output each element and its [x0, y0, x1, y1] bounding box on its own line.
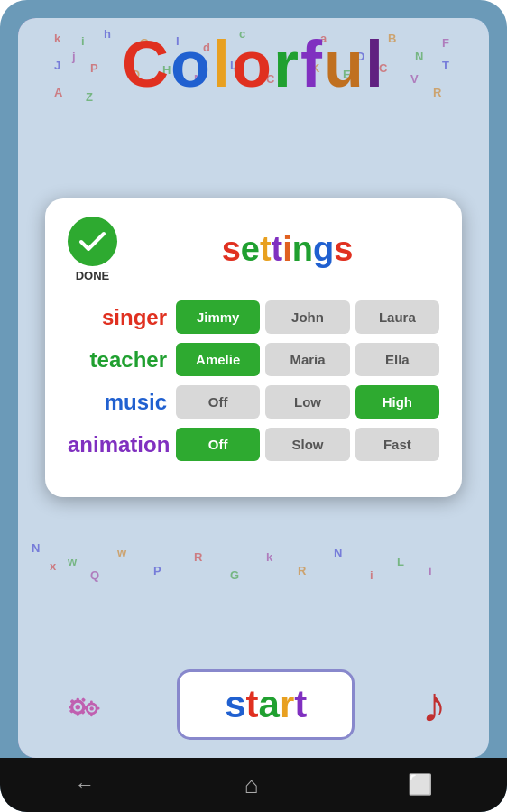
title-letter-o2: o [232, 28, 273, 100]
title-letter-f: f [300, 28, 324, 100]
teacher-label: teacher [68, 347, 176, 373]
done-button[interactable]: DONE [68, 217, 117, 282]
singer-option-john[interactable]: John [265, 300, 349, 334]
bottom-area: start ♪ [0, 669, 507, 740]
singer-row: singer Jimmy John Laura [68, 300, 439, 334]
done-label: DONE [76, 269, 110, 282]
modal-header: DONE settings [68, 217, 439, 282]
title-letter-o: o [171, 28, 212, 100]
title-letter-u: u [324, 28, 365, 100]
svg-rect-3 [77, 712, 79, 715]
start-button[interactable]: start [177, 669, 355, 740]
music-option-high[interactable]: High [355, 385, 439, 419]
animation-options: Off Slow Fast [176, 428, 439, 461]
recent-apps-icon[interactable]: ⬜ [408, 773, 432, 797]
nav-bar: ← ⌂ ⬜ [0, 758, 507, 812]
teacher-option-amelie[interactable]: Amelie [176, 343, 260, 376]
title-letter-l2: l [365, 28, 385, 100]
teacher-option-ella[interactable]: Ella [355, 343, 439, 376]
svg-rect-15 [97, 707, 100, 710]
title-letter-r: r [273, 28, 300, 100]
svg-rect-12 [90, 701, 93, 705]
music-option-off[interactable]: Off [176, 385, 260, 419]
done-circle [68, 217, 117, 266]
animation-option-off[interactable]: Off [176, 428, 260, 461]
settings-modal: DONE settings singer Jimmy John Laura te… [45, 198, 462, 497]
background: k i h j G I d c b a D B N F J P O H M L … [0, 0, 507, 812]
teacher-options: Amelie Maria Ella [176, 343, 439, 376]
singer-options: Jimmy John Laura [176, 300, 439, 334]
back-icon[interactable]: ← [75, 773, 95, 797]
music-note-icon: ♪ [421, 676, 447, 734]
svg-rect-4 [69, 706, 72, 708]
svg-rect-14 [84, 707, 88, 710]
singer-label: singer [68, 305, 176, 330]
settings-icon[interactable] [60, 682, 110, 727]
settings-title: settings [135, 230, 439, 269]
title-letter-l: l [212, 28, 232, 100]
svg-rect-13 [90, 713, 93, 716]
svg-point-11 [90, 706, 94, 710]
music-option-low[interactable]: Low [265, 385, 349, 419]
svg-rect-2 [77, 698, 79, 702]
home-icon[interactable]: ⌂ [244, 771, 259, 799]
animation-option-slow[interactable]: Slow [265, 428, 349, 461]
teacher-row: teacher Amelie Maria Ella [68, 343, 439, 376]
teacher-option-maria[interactable]: Maria [265, 343, 349, 376]
music-label: music [68, 390, 176, 415]
animation-label: animation [68, 432, 176, 457]
music-options: Off Low High [176, 385, 439, 419]
singer-option-laura[interactable]: Laura [355, 300, 439, 334]
singer-option-jimmy[interactable]: Jimmy [176, 300, 260, 334]
svg-point-1 [76, 705, 81, 710]
animation-option-fast[interactable]: Fast [355, 428, 439, 461]
animation-row: animation Off Slow Fast [68, 428, 439, 461]
start-text: start [225, 683, 307, 726]
title-letter-c: C [122, 28, 171, 100]
music-row: music Off Low High [68, 385, 439, 419]
app-title: Colorful [0, 27, 507, 101]
